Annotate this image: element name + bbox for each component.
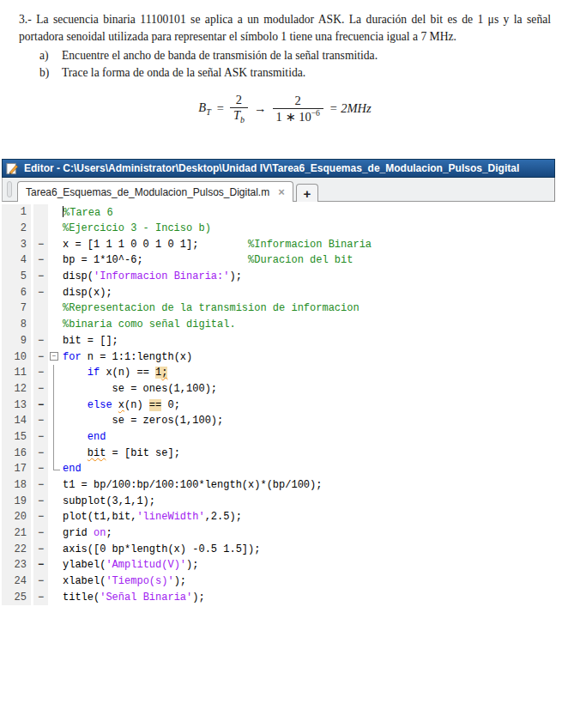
code-text[interactable]: disp('Informacion Binaria:'); bbox=[63, 270, 242, 282]
breakpoint-margin[interactable]: − bbox=[33, 397, 48, 413]
breakpoint-margin[interactable] bbox=[33, 221, 48, 237]
code-text[interactable]: bit = []; bbox=[63, 335, 118, 347]
code-text[interactable]: se = zeros(1,100); bbox=[63, 415, 223, 427]
breakpoint-margin[interactable]: − bbox=[33, 573, 48, 590]
breakpoint-margin[interactable]: − bbox=[33, 557, 48, 573]
code-line[interactable]: 3−x = [1 1 1 0 0 1 0 1]; %Informacion Bi… bbox=[2, 236, 555, 252]
breakpoint-margin[interactable]: − bbox=[33, 252, 48, 269]
code-line[interactable]: 24−xlabel('Tiempo(s)'); bbox=[2, 573, 555, 590]
code-line[interactable]: 4−bp = 1*10^-6; %Duracion del bit bbox=[2, 252, 555, 269]
breakpoint-margin[interactable] bbox=[33, 317, 48, 333]
tabbar-grip-handle[interactable] bbox=[7, 181, 12, 197]
fold-margin bbox=[48, 300, 63, 317]
line-number: 11 bbox=[2, 365, 31, 381]
code-line[interactable]: 23−ylabel('Amplitud(V)'); bbox=[2, 557, 555, 573]
code-text[interactable]: %binaria como señal digital. bbox=[63, 318, 236, 331]
code-line[interactable]: 12− se = ones(1,100); bbox=[2, 381, 555, 397]
code-text[interactable]: subplot(3,1,1); bbox=[63, 495, 155, 507]
code-line[interactable]: 7%Representacion de la transmision de in… bbox=[2, 300, 555, 317]
code-line[interactable]: 8%binaria como señal digital. bbox=[2, 317, 555, 333]
document-section: 3.- La secuencia binaria 11100101 se apl… bbox=[19, 11, 551, 124]
breakpoint-margin[interactable]: − bbox=[33, 333, 48, 349]
item-text: Encuentre el ancho de banda de transmisi… bbox=[62, 47, 378, 64]
breakpoint-margin[interactable]: − bbox=[33, 509, 48, 525]
breakpoint-margin[interactable]: − bbox=[33, 269, 48, 285]
code-line[interactable]: 1%Tarea 6 bbox=[2, 204, 555, 221]
code-line[interactable]: 14− se = zeros(1,100); bbox=[2, 413, 555, 429]
line-number: 14 bbox=[2, 413, 31, 429]
code-fold-toggle-icon[interactable]: − bbox=[50, 352, 58, 361]
code-line[interactable]: 6−disp(x); bbox=[2, 284, 555, 300]
editor-pencil-icon bbox=[6, 162, 19, 175]
new-tab-button[interactable]: + bbox=[296, 184, 318, 202]
breakpoint-margin[interactable]: − bbox=[33, 429, 48, 446]
editor-tabbar: Tarea6_Esquemas_de_Modulacion_Pulsos_Dig… bbox=[2, 178, 555, 202]
code-line[interactable]: 20−plot(t1,bit,'lineWidth',2.5); bbox=[2, 509, 555, 525]
code-line[interactable]: 16− bit = [bit se]; bbox=[2, 445, 555, 461]
breakpoint-margin[interactable]: − bbox=[33, 525, 48, 542]
code-text[interactable]: t1 = bp/100:bp/100:100*length(x)*(bp/100… bbox=[63, 479, 322, 491]
breakpoint-margin[interactable]: − bbox=[33, 541, 48, 557]
line-number: 5 bbox=[2, 269, 31, 285]
code-text[interactable]: axis([0 bp*length(x) -0.5 1.5]); bbox=[63, 543, 260, 555]
code-line[interactable]: 11− if x(n) == 1; bbox=[2, 365, 555, 381]
code-line[interactable]: 25−title('Señal Binaria'); bbox=[2, 590, 555, 606]
code-text[interactable]: ylabel('Amplitud(V)'); bbox=[63, 559, 198, 571]
code-text[interactable]: se = ones(1,100); bbox=[63, 383, 217, 395]
code-text[interactable]: xlabel('Tiempo(s)'); bbox=[63, 575, 186, 587]
fraction-1: 2 Tb bbox=[230, 93, 248, 124]
fold-margin bbox=[48, 221, 63, 237]
breakpoint-margin[interactable]: − bbox=[33, 493, 48, 509]
breakpoint-margin[interactable]: − bbox=[33, 349, 48, 365]
editor-titlebar[interactable]: Editor - C:\Users\Administrator\Desktop\… bbox=[2, 159, 555, 178]
code-line[interactable]: 9−bit = []; bbox=[2, 333, 555, 349]
code-editor-area[interactable]: 1%Tarea 62%Ejercicio 3 - Inciso b)3−x = … bbox=[2, 202, 555, 605]
code-line[interactable]: 19−subplot(3,1,1); bbox=[2, 493, 555, 509]
fold-margin bbox=[48, 333, 63, 349]
code-line[interactable]: 22−axis([0 bp*length(x) -0.5 1.5]); bbox=[2, 541, 555, 557]
breakpoint-margin[interactable] bbox=[33, 300, 48, 317]
line-number: 9 bbox=[2, 333, 31, 349]
breakpoint-margin[interactable]: − bbox=[33, 590, 48, 606]
breakpoint-margin[interactable]: − bbox=[33, 477, 48, 494]
code-text[interactable]: %Ejercicio 3 - Inciso b) bbox=[63, 222, 211, 234]
code-text[interactable]: for n = 1:1:length(x) bbox=[63, 351, 192, 363]
code-text[interactable]: if x(n) == 1; bbox=[63, 367, 167, 379]
code-text[interactable]: grid on; bbox=[63, 527, 112, 539]
code-text[interactable]: title('Señal Binaria'); bbox=[63, 592, 205, 604]
line-number: 8 bbox=[2, 317, 31, 333]
tab-tarea6-file[interactable]: Tarea6_Esquemas_de_Modulacion_Pulsos_Dig… bbox=[17, 181, 293, 202]
code-text[interactable]: bit = [bit se]; bbox=[63, 447, 180, 459]
fold-margin bbox=[48, 590, 63, 606]
code-line[interactable]: 21−grid on; bbox=[2, 525, 555, 542]
breakpoint-margin[interactable] bbox=[33, 204, 48, 221]
breakpoint-margin[interactable]: − bbox=[33, 365, 48, 381]
code-text[interactable]: end bbox=[63, 431, 106, 443]
code-text[interactable]: else x(n) == 0; bbox=[63, 399, 180, 411]
breakpoint-margin[interactable]: − bbox=[33, 284, 48, 300]
code-text[interactable]: %Tarea 6 bbox=[63, 206, 113, 219]
breakpoint-margin[interactable]: − bbox=[33, 413, 48, 429]
breakpoint-margin[interactable]: − bbox=[33, 445, 48, 461]
code-text[interactable]: x = [1 1 1 0 0 1 0 1]; %Informacion Bina… bbox=[63, 239, 372, 251]
code-line[interactable]: 18−t1 = bp/100:bp/100:100*length(x)*(bp/… bbox=[2, 477, 555, 494]
fold-margin bbox=[48, 252, 63, 269]
code-text[interactable]: bp = 1*10^-6; %Duracion del bit bbox=[63, 254, 353, 266]
breakpoint-margin[interactable]: − bbox=[33, 381, 48, 397]
code-line[interactable]: 10−−for n = 1:1:length(x) bbox=[2, 349, 555, 365]
code-line[interactable]: 13− else x(n) == 0; bbox=[2, 397, 555, 413]
breakpoint-margin[interactable]: − bbox=[33, 236, 48, 252]
code-text[interactable]: disp(x); bbox=[63, 287, 112, 299]
code-line[interactable]: 15− end bbox=[2, 429, 555, 446]
fraction-2: 2 1 ∗ 10−6 bbox=[273, 94, 323, 124]
code-line[interactable]: 17−end bbox=[2, 461, 555, 477]
formula-lhs: BT bbox=[198, 100, 210, 117]
tab-close-icon[interactable]: × bbox=[278, 186, 285, 197]
code-text[interactable]: plot(t1,bit,'lineWidth',2.5); bbox=[63, 511, 242, 523]
code-line[interactable]: 2%Ejercicio 3 - Inciso b) bbox=[2, 221, 555, 237]
breakpoint-margin[interactable]: − bbox=[33, 461, 48, 477]
code-line[interactable]: 5−disp('Informacion Binaria:'); bbox=[2, 269, 555, 285]
code-text[interactable]: end bbox=[63, 463, 82, 475]
code-text[interactable]: %Representacion de la transmision de inf… bbox=[63, 302, 360, 314]
fold-margin bbox=[48, 509, 63, 525]
